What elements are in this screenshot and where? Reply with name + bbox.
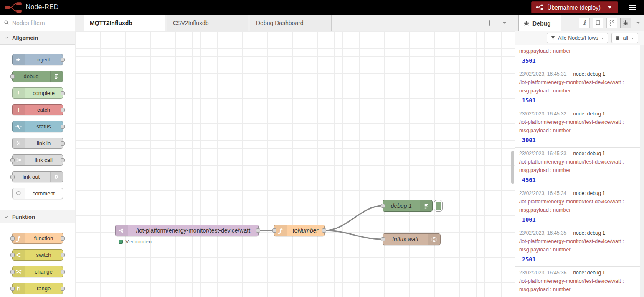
debug-message[interactable]: 23/02/2023, 16:45:32node: debug 1/iot-pl… — [515, 108, 644, 148]
debug-message[interactable]: 23/02/2023, 16:45:34node: debug 1/iot-pl… — [515, 187, 644, 227]
flow-node-label: debug 1 — [383, 202, 420, 209]
node-port-left[interactable] — [381, 237, 385, 241]
message-value[interactable]: 2501 — [519, 254, 636, 264]
message-value[interactable]: 4001 — [519, 294, 636, 297]
flow-tabbar: MQTT2InfluxdbCSV2InfluxdbDebug Dashboard — [75, 15, 515, 31]
deploy-options-caret-icon[interactable] — [606, 4, 613, 11]
debug-message[interactable]: 23/02/2023, 16:45:36node: debug 1/iot-pl… — [515, 267, 644, 297]
node-port-left[interactable] — [10, 270, 15, 274]
flow-node-mqtt-in[interactable]: /iot-platform/energy-monitor/test-device… — [115, 225, 259, 236]
message-timestamp: 23/02/2023, 16:45:31 — [519, 70, 566, 78]
palette-node-link-in[interactable]: link in — [12, 138, 63, 149]
debug-enable-toggle[interactable] — [434, 200, 443, 212]
palette-node-comment[interactable]: comment — [12, 188, 63, 199]
message-meta: 23/02/2023, 16:45:31node: debug 1 — [519, 70, 636, 78]
node-port-right[interactable] — [322, 228, 326, 233]
node-port-right[interactable] — [61, 108, 65, 112]
node-port-right[interactable] — [61, 253, 65, 257]
flow-node-debug-1[interactable]: debug 1 — [383, 200, 433, 212]
palette-node-label: change — [25, 269, 63, 275]
node-port-left[interactable] — [10, 236, 15, 241]
node-port-left[interactable] — [10, 74, 15, 79]
node-icon-section — [13, 121, 25, 132]
status-dot — [119, 240, 123, 244]
palette-node-link-call[interactable]: link call — [12, 154, 63, 166]
palette-node-inject[interactable]: inject — [12, 54, 63, 65]
node-port-left[interactable] — [272, 228, 276, 233]
tab-debug[interactable]: Debug — [518, 15, 561, 31]
add-flow-button[interactable] — [486, 19, 494, 27]
deploy-button[interactable]: Übernahme (deploy) — [531, 1, 618, 13]
debug-message[interactable]: 23/02/2023, 16:45:31node: debug 1/iot-pl… — [515, 68, 644, 108]
debug-scrollbar[interactable] — [640, 45, 644, 297]
palette-node-range[interactable]: range — [12, 283, 63, 294]
message-value[interactable]: 3501 — [519, 55, 636, 65]
flow-canvas[interactable]: /iot-platform/energy-monitor/test-device… — [75, 31, 515, 297]
node-port-left[interactable] — [381, 204, 385, 208]
hamburger-icon[interactable] — [628, 3, 637, 12]
node-port-right[interactable] — [61, 158, 65, 162]
sidebar-tab-label: Debug — [532, 20, 551, 27]
link-out-icon — [53, 174, 60, 180]
palette-node-catch[interactable]: !catch — [12, 104, 63, 115]
message-timestamp: 23/02/2023, 16:45:34 — [519, 189, 566, 197]
palette-node-change[interactable]: change — [12, 266, 63, 277]
debug-toggle-indicator — [436, 202, 441, 210]
palette-node-debug[interactable]: debug — [12, 71, 63, 82]
debug-message[interactable]: 23/02/2023, 16:45:33node: debug 1/iot-pl… — [515, 148, 644, 187]
wire[interactable] — [325, 206, 383, 230]
node-port-right[interactable] — [61, 270, 65, 274]
node-port-right[interactable] — [61, 125, 65, 129]
node-port-left[interactable] — [10, 175, 15, 179]
message-value[interactable]: 1001 — [519, 214, 636, 224]
link-call-icon — [15, 157, 22, 163]
flow-tab-mqtt2influxdb[interactable]: MQTT2Influxdb — [84, 15, 165, 31]
flow-tab-csv2influxdb[interactable]: CSV2Influxdb — [167, 15, 248, 31]
message-payload-path: msg.payload : number — [519, 47, 636, 55]
debug-filter-button[interactable]: Alle Nodes/Flows — [547, 33, 609, 43]
palette-node-status[interactable]: status — [12, 121, 63, 132]
switch-icon — [15, 252, 22, 258]
message-payload-path: msg.payload : number — [519, 87, 636, 95]
debug-button[interactable] — [620, 18, 631, 28]
node-port-right[interactable] — [61, 287, 65, 291]
node-port-right[interactable] — [61, 58, 65, 62]
palette-node-link-out[interactable]: link out — [12, 171, 63, 182]
debug-message[interactable]: 23/02/2023, 16:45:35node: debug 1/iot-pl… — [515, 227, 644, 267]
palette-node-complete[interactable]: !complete — [12, 87, 63, 99]
message-meta: 23/02/2023, 16:45:34node: debug 1 — [519, 189, 636, 197]
message-value[interactable]: 1501 — [519, 95, 636, 105]
palette-section-allgemein[interactable]: Allgemein — [0, 31, 75, 45]
search-input[interactable] — [12, 20, 66, 26]
message-value[interactable]: 4501 — [519, 174, 636, 184]
message-topic: /iot-platform/energy-monitor/test-device… — [519, 158, 636, 166]
debug-console-icon — [53, 73, 60, 79]
flow-list-caret-icon[interactable] — [502, 20, 507, 26]
canvas-scrollbar-thumb[interactable] — [511, 151, 514, 184]
node-port-left[interactable] — [10, 253, 15, 257]
palette-node-switch[interactable]: switch — [12, 249, 63, 261]
node-port-left[interactable] — [10, 158, 15, 162]
debug-clear-button[interactable]: all — [611, 33, 638, 43]
node-port-left[interactable] — [10, 287, 15, 291]
debug-message[interactable]: msg.payload : number3501 — [515, 45, 644, 68]
node-port-right[interactable] — [256, 228, 260, 233]
chevron-down-icon — [4, 215, 8, 219]
node-port-right[interactable] — [61, 236, 65, 241]
message-payload-path: msg.payload : number — [519, 166, 636, 174]
flow-node-influx-watt[interactable]: Influx watt — [383, 233, 441, 245]
node-port-right[interactable] — [61, 91, 65, 95]
node-icon-section — [50, 71, 63, 82]
projects-button[interactable] — [606, 18, 617, 28]
palette-node-function[interactable]: ƒfunction — [12, 233, 63, 244]
node-port-right[interactable] — [61, 141, 65, 146]
wire[interactable] — [325, 230, 383, 239]
help-button[interactable] — [593, 18, 603, 28]
info-button[interactable]: i — [579, 18, 590, 28]
message-node-name: node: debug 1 — [573, 110, 605, 118]
palette-section-funktion[interactable]: Funktion — [0, 210, 75, 223]
message-value[interactable]: 3001 — [519, 135, 636, 145]
flow-tab-debug-dashboard[interactable]: Debug Dashboard — [250, 15, 332, 31]
sidebar-menu-button[interactable] — [636, 20, 641, 26]
flow-node-toNumber[interactable]: ƒtoNumber — [274, 225, 325, 236]
